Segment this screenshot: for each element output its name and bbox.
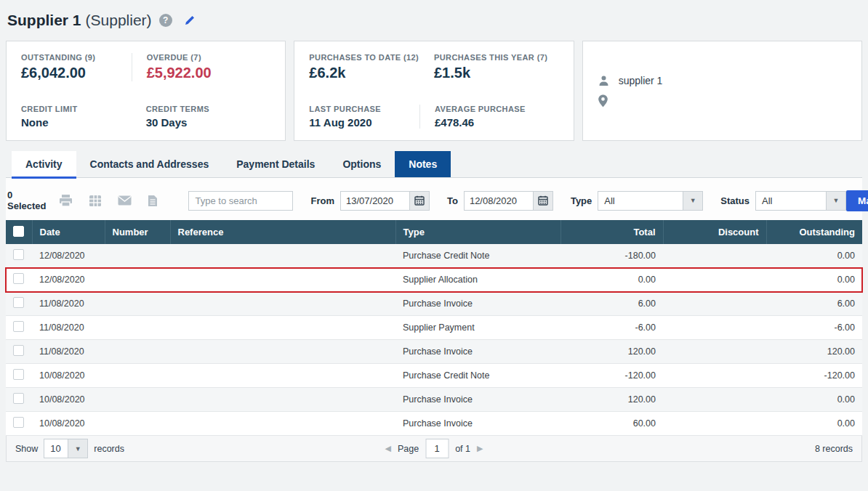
- cell-total: -6.00: [560, 316, 663, 340]
- contact-name-line: supplier 1: [598, 75, 847, 87]
- person-icon: [598, 75, 610, 87]
- table-row[interactable]: 11/08/2020 Supplier Payment -6.00 -6.00: [6, 316, 862, 340]
- row-checkbox[interactable]: [13, 321, 24, 332]
- overdue-value: £5,922.00: [147, 65, 271, 81]
- column-header-total[interactable]: Total: [560, 220, 663, 244]
- page-size-select[interactable]: 10 ▼: [44, 439, 88, 458]
- cell-date: 12/08/2020: [32, 244, 105, 268]
- cell-discount: [663, 292, 766, 316]
- outstanding-value: £6,042.00: [21, 65, 146, 81]
- contact-name: supplier 1: [619, 75, 663, 86]
- cell-outstanding: 0.00: [766, 244, 862, 268]
- cell-outstanding: 120.00: [766, 340, 862, 364]
- to-date-input[interactable]: [464, 191, 534, 211]
- cell-date: 10/08/2020: [32, 388, 105, 412]
- column-header-discount[interactable]: Discount: [663, 220, 766, 244]
- column-header-reference[interactable]: Reference: [170, 220, 395, 244]
- from-date-group: [340, 191, 430, 211]
- cell-total: 0.00: [560, 268, 663, 292]
- cell-type: Purchase Invoice: [395, 412, 560, 436]
- cell-outstanding: 6.00: [766, 292, 862, 316]
- document-icon[interactable]: [148, 195, 158, 207]
- tab-payment-details[interactable]: Payment Details: [222, 151, 329, 177]
- select-all-checkbox-cell: [6, 220, 32, 244]
- status-select-value: All: [755, 191, 827, 211]
- activity-table: Date Number Reference Type Total Discoun…: [6, 220, 862, 436]
- manage-button[interactable]: Manage ▼: [846, 190, 868, 211]
- to-calendar-icon[interactable]: [534, 191, 553, 211]
- row-checkbox[interactable]: [13, 345, 24, 356]
- average-purchase-value: £478.46: [435, 116, 559, 129]
- column-header-outstanding[interactable]: Outstanding: [766, 220, 862, 244]
- row-checkbox[interactable]: [13, 249, 24, 260]
- table-row[interactable]: 10/08/2020 Purchase Invoice 60.00 0.00: [6, 412, 862, 436]
- column-header-number[interactable]: Number: [105, 220, 170, 244]
- cell-date: 10/08/2020: [32, 412, 105, 436]
- row-checkbox[interactable]: [13, 297, 24, 308]
- page-size-value: 10: [44, 439, 68, 458]
- select-all-checkbox[interactable]: [13, 226, 24, 237]
- page-number-input[interactable]: [425, 439, 449, 458]
- cell-total: 60.00: [560, 412, 663, 436]
- column-header-type[interactable]: Type: [395, 220, 560, 244]
- cell-type: Supplier Allocation: [395, 268, 560, 292]
- cell-total: 120.00: [560, 388, 663, 412]
- row-checkbox[interactable]: [13, 417, 24, 428]
- from-date-input[interactable]: [340, 191, 410, 211]
- table-row-highlighted[interactable]: 12/08/2020 Supplier Allocation 0.00 0.00: [6, 268, 862, 292]
- tab-notes[interactable]: Notes: [395, 151, 451, 177]
- page-subtitle: (Supplier): [86, 12, 152, 29]
- edit-pencil-icon[interactable]: [184, 15, 196, 26]
- from-calendar-icon[interactable]: [410, 191, 430, 211]
- row-checkbox[interactable]: [13, 273, 24, 284]
- column-header-date[interactable]: Date: [32, 220, 105, 244]
- table-row[interactable]: 12/08/2020 Purchase Credit Note -180.00 …: [6, 244, 862, 268]
- status-chevron-down-icon[interactable]: ▼: [827, 191, 846, 211]
- envelope-icon[interactable]: [118, 195, 132, 206]
- cell-outstanding: -6.00: [766, 316, 862, 340]
- credit-limit-value: None: [21, 116, 146, 129]
- status-select[interactable]: All ▼: [755, 191, 846, 211]
- cell-discount: [663, 412, 766, 436]
- cell-number: [105, 316, 170, 340]
- credit-terms-label: CREDIT TERMS: [146, 105, 271, 113]
- type-select-value: All: [598, 191, 683, 211]
- table-grid-icon[interactable]: [89, 195, 102, 207]
- next-page-icon[interactable]: ▶: [477, 444, 483, 453]
- type-select[interactable]: All ▼: [598, 191, 703, 211]
- table-row[interactable]: 10/08/2020 Purchase Invoice 120.00 0.00: [6, 388, 862, 412]
- row-checkbox[interactable]: [13, 369, 24, 380]
- table-row[interactable]: 11/08/2020 Purchase Invoice 120.00 120.0…: [6, 340, 862, 364]
- cell-number: [105, 364, 170, 388]
- previous-page-icon[interactable]: ◀: [385, 444, 391, 453]
- cell-date: 12/08/2020: [32, 268, 105, 292]
- type-chevron-down-icon[interactable]: ▼: [683, 191, 703, 211]
- table-footer-wrap: Show 10 ▼ records ◀ Page of 1 ▶ 8 record…: [6, 436, 862, 462]
- cell-number: [105, 292, 170, 316]
- purchases-this-year-label: PURCHASES THIS YEAR (7): [434, 53, 559, 62]
- type-label: Type: [571, 195, 592, 206]
- contact-address-line: [598, 94, 847, 107]
- contact-card: supplier 1: [582, 41, 862, 141]
- average-purchase-label: AVERAGE PURCHASE: [435, 105, 559, 113]
- help-icon[interactable]: ?: [159, 14, 172, 27]
- status-label: Status: [720, 195, 750, 206]
- average-purchase-metric: AVERAGE PURCHASE £478.46: [419, 105, 559, 129]
- row-checkbox[interactable]: [13, 393, 24, 404]
- selected-count: 0 Selected: [7, 190, 46, 211]
- table-row[interactable]: 11/08/2020 Purchase Invoice 6.00 6.00: [6, 292, 862, 316]
- summary-cards: OUTSTANDING (9) £6,042.00 OVERDUE (7) £5…: [6, 41, 862, 141]
- page-header: Supplier 1 (Supplier) ?: [6, 6, 862, 41]
- purchases-to-date-value: £6.2k: [309, 65, 434, 81]
- table-row[interactable]: 10/08/2020 Purchase Credit Note -120.00 …: [6, 364, 862, 388]
- credit-limit-metric: CREDIT LIMIT None: [21, 105, 146, 129]
- tab-options[interactable]: Options: [329, 151, 395, 177]
- tab-activity[interactable]: Activity: [12, 151, 76, 177]
- search-input[interactable]: [188, 191, 293, 211]
- print-icon[interactable]: [59, 194, 73, 207]
- outstanding-metric: OUTSTANDING (9) £6,042.00: [21, 53, 146, 81]
- credit-terms-metric: CREDIT TERMS 30 Days: [146, 105, 271, 129]
- tab-contacts-and-addresses[interactable]: Contacts and Addresses: [76, 151, 223, 177]
- page-size-chevron-down-icon[interactable]: ▼: [68, 439, 88, 458]
- cell-reference: [170, 364, 395, 388]
